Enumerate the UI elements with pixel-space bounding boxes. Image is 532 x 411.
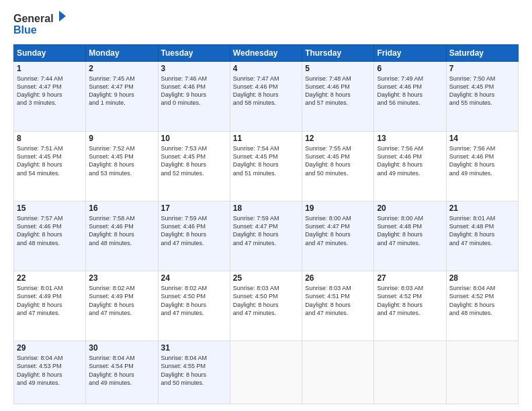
day-info: Sunrise: 8:01 AMSunset: 4:48 PMDaylight:… (449, 214, 515, 247)
svg-text:General: General (13, 13, 54, 24)
day-number: 15 (17, 203, 83, 213)
day-number: 20 (377, 203, 443, 213)
calendar-cell: 25Sunrise: 8:03 AMSunset: 4:50 PMDayligh… (230, 271, 302, 341)
day-number: 14 (449, 134, 515, 143)
day-number: 6 (377, 64, 443, 73)
calendar-cell: 13Sunrise: 7:56 AMSunset: 4:46 PMDayligh… (374, 132, 446, 201)
calendar-cell: 10Sunrise: 7:53 AMSunset: 4:45 PMDayligh… (158, 132, 230, 201)
day-number: 23 (89, 273, 154, 283)
calendar-cell: 14Sunrise: 7:56 AMSunset: 4:46 PMDayligh… (446, 132, 518, 201)
day-info: Sunrise: 7:45 AMSunset: 4:47 PMDaylight:… (89, 75, 154, 107)
calendar-cell (374, 341, 446, 404)
day-number: 28 (449, 273, 515, 283)
day-number: 22 (17, 273, 83, 283)
calendar-week-row: 22Sunrise: 8:01 AMSunset: 4:49 PMDayligh… (14, 271, 519, 341)
col-header-wednesday: Wednesday (230, 45, 302, 62)
day-info: Sunrise: 7:55 AMSunset: 4:45 PMDaylight:… (305, 144, 371, 177)
calendar-cell: 19Sunrise: 8:00 AMSunset: 4:47 PMDayligh… (302, 201, 374, 271)
day-info: Sunrise: 7:46 AMSunset: 4:46 PMDaylight:… (161, 75, 227, 107)
day-info: Sunrise: 7:56 AMSunset: 4:46 PMDaylight:… (377, 144, 443, 177)
calendar-cell: 27Sunrise: 8:03 AMSunset: 4:52 PMDayligh… (374, 271, 446, 341)
calendar-cell: 7Sunrise: 7:50 AMSunset: 4:45 PMDaylight… (446, 62, 518, 132)
col-header-thursday: Thursday (302, 45, 374, 62)
day-number: 3 (161, 64, 227, 73)
calendar-cell: 22Sunrise: 8:01 AMSunset: 4:49 PMDayligh… (14, 271, 86, 341)
day-info: Sunrise: 7:44 AMSunset: 4:47 PMDaylight:… (17, 75, 83, 107)
col-header-sunday: Sunday (14, 45, 86, 62)
day-info: Sunrise: 7:47 AMSunset: 4:46 PMDaylight:… (233, 75, 299, 107)
logo-svg: GeneralBlue (13, 11, 67, 38)
calendar-cell: 1Sunrise: 7:44 AMSunset: 4:47 PMDaylight… (14, 62, 86, 132)
calendar-cell: 6Sunrise: 7:49 AMSunset: 4:46 PMDaylight… (374, 62, 446, 132)
calendar-cell: 18Sunrise: 7:59 AMSunset: 4:47 PMDayligh… (230, 201, 302, 271)
day-info: Sunrise: 8:03 AMSunset: 4:50 PMDaylight:… (233, 284, 299, 317)
day-number: 11 (233, 134, 299, 143)
day-number: 21 (449, 203, 515, 213)
day-number: 9 (89, 134, 154, 143)
calendar-cell: 21Sunrise: 8:01 AMSunset: 4:48 PMDayligh… (446, 201, 518, 271)
day-info: Sunrise: 8:03 AMSunset: 4:52 PMDaylight:… (377, 284, 443, 317)
calendar-week-row: 15Sunrise: 7:57 AMSunset: 4:46 PMDayligh… (14, 201, 519, 271)
day-number: 18 (233, 203, 299, 213)
calendar-cell: 12Sunrise: 7:55 AMSunset: 4:45 PMDayligh… (302, 132, 374, 201)
day-number: 31 (161, 343, 227, 353)
calendar-cell: 31Sunrise: 8:04 AMSunset: 4:55 PMDayligh… (158, 341, 230, 404)
calendar-cell: 30Sunrise: 8:04 AMSunset: 4:54 PMDayligh… (86, 341, 158, 404)
calendar-cell: 24Sunrise: 8:02 AMSunset: 4:50 PMDayligh… (158, 271, 230, 341)
col-header-friday: Friday (374, 45, 446, 62)
calendar-cell: 16Sunrise: 7:58 AMSunset: 4:46 PMDayligh… (86, 201, 158, 271)
calendar-cell: 5Sunrise: 7:48 AMSunset: 4:46 PMDaylight… (302, 62, 374, 132)
day-info: Sunrise: 7:59 AMSunset: 4:46 PMDaylight:… (161, 214, 227, 247)
day-number: 19 (305, 203, 371, 213)
calendar-cell: 15Sunrise: 7:57 AMSunset: 4:46 PMDayligh… (14, 201, 86, 271)
calendar-week-row: 29Sunrise: 8:04 AMSunset: 4:53 PMDayligh… (14, 341, 519, 404)
calendar-cell: 4Sunrise: 7:47 AMSunset: 4:46 PMDaylight… (230, 62, 302, 132)
day-number: 10 (161, 134, 227, 143)
day-info: Sunrise: 7:56 AMSunset: 4:46 PMDaylight:… (449, 144, 515, 177)
day-number: 12 (305, 134, 371, 143)
day-number: 25 (233, 273, 299, 283)
day-info: Sunrise: 7:57 AMSunset: 4:46 PMDaylight:… (17, 214, 83, 247)
day-number: 8 (17, 134, 83, 143)
calendar-cell: 8Sunrise: 7:51 AMSunset: 4:45 PMDaylight… (14, 132, 86, 201)
calendar-cell: 9Sunrise: 7:52 AMSunset: 4:45 PMDaylight… (86, 132, 158, 201)
day-number: 29 (17, 343, 83, 353)
day-info: Sunrise: 7:50 AMSunset: 4:45 PMDaylight:… (449, 75, 515, 107)
calendar-week-row: 8Sunrise: 7:51 AMSunset: 4:45 PMDaylight… (14, 132, 519, 201)
calendar-cell (446, 341, 518, 404)
day-info: Sunrise: 7:52 AMSunset: 4:45 PMDaylight:… (89, 144, 154, 177)
day-info: Sunrise: 8:01 AMSunset: 4:49 PMDaylight:… (17, 284, 83, 317)
calendar-cell: 26Sunrise: 8:03 AMSunset: 4:51 PMDayligh… (302, 271, 374, 341)
day-info: Sunrise: 7:59 AMSunset: 4:47 PMDaylight:… (233, 214, 299, 247)
calendar-week-row: 1Sunrise: 7:44 AMSunset: 4:47 PMDaylight… (14, 62, 519, 132)
col-header-saturday: Saturday (446, 45, 518, 62)
day-info: Sunrise: 7:48 AMSunset: 4:46 PMDaylight:… (305, 75, 371, 107)
day-number: 16 (89, 203, 154, 213)
calendar-header-row: SundayMondayTuesdayWednesdayThursdayFrid… (14, 45, 519, 62)
svg-text:Blue: Blue (13, 24, 37, 36)
day-info: Sunrise: 7:58 AMSunset: 4:46 PMDaylight:… (89, 214, 154, 247)
day-info: Sunrise: 8:00 AMSunset: 4:47 PMDaylight:… (305, 214, 371, 247)
day-info: Sunrise: 7:51 AMSunset: 4:45 PMDaylight:… (17, 144, 83, 177)
day-number: 4 (233, 64, 299, 73)
col-header-monday: Monday (86, 45, 158, 62)
day-info: Sunrise: 7:49 AMSunset: 4:46 PMDaylight:… (377, 75, 443, 107)
calendar-cell: 2Sunrise: 7:45 AMSunset: 4:47 PMDaylight… (86, 62, 158, 132)
calendar-table: SundayMondayTuesdayWednesdayThursdayFrid… (13, 44, 519, 404)
svg-marker-1 (59, 11, 66, 21)
calendar-cell (230, 341, 302, 404)
day-number: 1 (17, 64, 83, 73)
day-number: 27 (377, 273, 443, 283)
day-number: 7 (449, 64, 515, 73)
day-number: 13 (377, 134, 443, 143)
calendar-cell: 28Sunrise: 8:04 AMSunset: 4:52 PMDayligh… (446, 271, 518, 341)
day-info: Sunrise: 8:04 AMSunset: 4:54 PMDaylight:… (89, 354, 154, 387)
day-info: Sunrise: 8:04 AMSunset: 4:55 PMDaylight:… (161, 354, 227, 387)
calendar-cell: 17Sunrise: 7:59 AMSunset: 4:46 PMDayligh… (158, 201, 230, 271)
header: GeneralBlue (13, 11, 519, 38)
calendar-cell: 3Sunrise: 7:46 AMSunset: 4:46 PMDaylight… (158, 62, 230, 132)
day-number: 17 (161, 203, 227, 213)
day-info: Sunrise: 8:04 AMSunset: 4:52 PMDaylight:… (449, 284, 515, 317)
logo: GeneralBlue (13, 11, 67, 38)
calendar-cell: 29Sunrise: 8:04 AMSunset: 4:53 PMDayligh… (14, 341, 86, 404)
